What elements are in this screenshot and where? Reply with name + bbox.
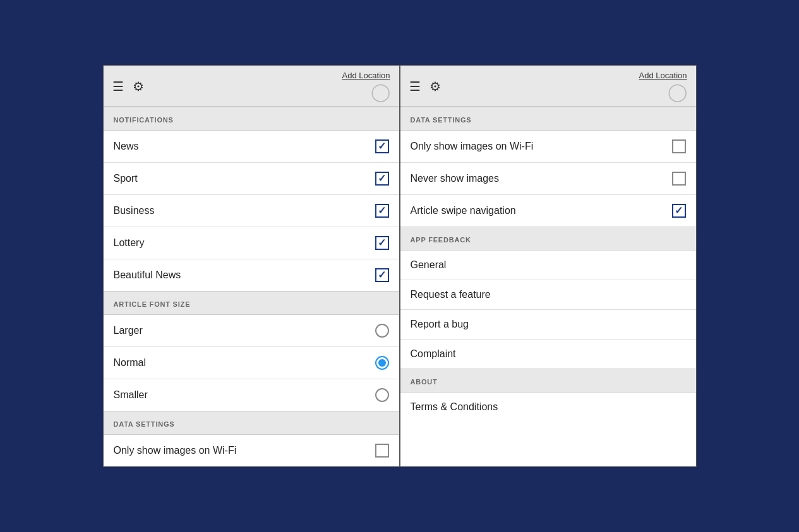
left-data-settings-section-header: DATA SETTINGS bbox=[104, 411, 399, 435]
about-items: Terms & Conditions bbox=[400, 393, 696, 422]
about-label: ABOUT bbox=[411, 378, 438, 386]
right-only-wifi-item[interactable]: Only show images on Wi-Fi bbox=[400, 131, 696, 163]
font-size-label: ARTICLE FONT SIZE bbox=[114, 300, 191, 308]
notification-beautiful-news-checkbox[interactable]: ✓ bbox=[375, 268, 389, 282]
complaint-item[interactable]: Complaint bbox=[400, 340, 696, 369]
notifications-label: NOTIFICATIONS bbox=[114, 116, 174, 124]
notification-sport-item[interactable]: Sport ✓ bbox=[104, 163, 399, 195]
complaint-label: Complaint bbox=[411, 348, 456, 360]
right-data-settings-items: Only show images on Wi-Fi Never show ima… bbox=[400, 131, 696, 227]
add-location-link-left[interactable]: Add Location bbox=[342, 71, 390, 80]
left-data-settings-items: Only show images on Wi-Fi bbox=[104, 435, 399, 466]
terms-conditions-item[interactable]: Terms & Conditions bbox=[400, 393, 696, 422]
hamburger-icon-right[interactable]: ☰ bbox=[409, 79, 421, 94]
notification-business-item[interactable]: Business ✓ bbox=[104, 195, 399, 227]
font-size-larger-radio[interactable] bbox=[375, 324, 389, 338]
notification-sport-checkbox[interactable]: ✓ bbox=[375, 172, 389, 186]
report-bug-item[interactable]: Report a bug bbox=[400, 310, 696, 340]
checkmark-lottery: ✓ bbox=[378, 238, 386, 248]
never-images-label: Never show images bbox=[411, 173, 500, 184]
notification-news-label: News bbox=[114, 141, 139, 152]
left-only-wifi-checkbox[interactable] bbox=[375, 444, 389, 458]
general-label: General bbox=[411, 259, 447, 271]
right-header-left: ☰ ⚙ bbox=[409, 79, 441, 94]
checkmark-news: ✓ bbox=[378, 141, 386, 151]
settings-icon-right[interactable]: ⚙ bbox=[430, 79, 441, 94]
app-feedback-label: APP FEEDBACK bbox=[411, 236, 471, 244]
swipe-nav-checkbox[interactable]: ✓ bbox=[672, 204, 686, 218]
font-size-items: Larger Normal Smaller bbox=[104, 315, 399, 411]
font-size-larger-label: Larger bbox=[114, 325, 143, 336]
terms-conditions-label: Terms & Conditions bbox=[411, 401, 498, 413]
checkmark-sport: ✓ bbox=[378, 174, 386, 184]
about-section-header: ABOUT bbox=[400, 369, 696, 393]
right-only-wifi-label: Only show images on Wi-Fi bbox=[411, 141, 534, 152]
hamburger-icon[interactable]: ☰ bbox=[112, 79, 124, 94]
notification-beautiful-news-item[interactable]: Beautiful News ✓ bbox=[104, 259, 399, 291]
right-only-wifi-checkbox[interactable] bbox=[672, 139, 686, 153]
notifications-section-header: NOTIFICATIONS bbox=[104, 107, 399, 131]
font-size-normal-radio[interactable] bbox=[375, 356, 389, 370]
checkmark-swipe-nav: ✓ bbox=[675, 206, 683, 216]
notification-lottery-item[interactable]: Lottery ✓ bbox=[104, 227, 399, 259]
left-header: ☰ ⚙ Add Location ◯ bbox=[104, 66, 399, 107]
font-size-smaller-item[interactable]: Smaller bbox=[104, 379, 399, 411]
left-only-wifi-label: Only show images on Wi-Fi bbox=[114, 445, 237, 456]
person-icon-left: ◯ bbox=[371, 81, 390, 102]
font-size-larger-item[interactable]: Larger bbox=[104, 315, 399, 347]
notification-business-checkbox[interactable]: ✓ bbox=[375, 204, 389, 218]
notification-sport-label: Sport bbox=[114, 173, 138, 184]
notification-beautiful-news-label: Beautiful News bbox=[114, 269, 181, 281]
radio-inner-normal bbox=[378, 359, 386, 367]
left-header-left: ☰ ⚙ bbox=[112, 79, 144, 94]
font-size-section-header: ARTICLE FONT SIZE bbox=[104, 291, 399, 315]
left-data-settings-label: DATA SETTINGS bbox=[114, 420, 175, 428]
screens-container: ☰ ⚙ Add Location ◯ NOTIFICATIONS News ✓ … bbox=[103, 65, 697, 467]
font-size-smaller-radio[interactable] bbox=[375, 388, 389, 402]
notification-business-label: Business bbox=[114, 205, 155, 216]
checkmark-business: ✓ bbox=[378, 206, 386, 216]
right-header: ☰ ⚙ Add Location ◯ bbox=[400, 66, 696, 107]
font-size-smaller-label: Smaller bbox=[114, 389, 148, 401]
right-data-settings-label: DATA SETTINGS bbox=[411, 116, 472, 124]
app-feedback-items: General Request a feature Report a bug C… bbox=[400, 251, 696, 369]
left-header-right: Add Location ◯ bbox=[342, 71, 390, 102]
report-bug-label: Report a bug bbox=[411, 319, 469, 330]
right-screen: ☰ ⚙ Add Location ◯ DATA SETTINGS Only sh… bbox=[400, 65, 697, 467]
notification-news-checkbox[interactable]: ✓ bbox=[375, 139, 389, 153]
request-feature-item[interactable]: Request a feature bbox=[400, 280, 696, 310]
right-data-settings-section-header: DATA SETTINGS bbox=[400, 107, 696, 131]
font-size-normal-item[interactable]: Normal bbox=[104, 347, 399, 379]
never-images-item[interactable]: Never show images bbox=[400, 163, 696, 195]
left-screen: ☰ ⚙ Add Location ◯ NOTIFICATIONS News ✓ … bbox=[103, 65, 400, 467]
notifications-items: News ✓ Sport ✓ Business ✓ Lottery bbox=[104, 131, 399, 291]
left-only-wifi-item[interactable]: Only show images on Wi-Fi bbox=[104, 435, 399, 466]
checkmark-beautiful-news: ✓ bbox=[378, 270, 386, 280]
notification-lottery-checkbox[interactable]: ✓ bbox=[375, 236, 389, 250]
font-size-normal-label: Normal bbox=[114, 357, 147, 369]
add-location-link-right[interactable]: Add Location bbox=[639, 71, 687, 80]
person-icon-right: ◯ bbox=[668, 81, 687, 102]
swipe-nav-item[interactable]: Article swipe navigation ✓ bbox=[400, 195, 696, 227]
settings-icon-left[interactable]: ⚙ bbox=[133, 79, 144, 94]
request-feature-label: Request a feature bbox=[411, 289, 491, 300]
right-header-right: Add Location ◯ bbox=[639, 71, 687, 102]
never-images-checkbox[interactable] bbox=[672, 172, 686, 186]
general-item[interactable]: General bbox=[400, 251, 696, 280]
notification-lottery-label: Lottery bbox=[114, 237, 145, 249]
app-feedback-section-header: APP FEEDBACK bbox=[400, 227, 696, 251]
notification-news-item[interactable]: News ✓ bbox=[104, 131, 399, 163]
swipe-nav-label: Article swipe navigation bbox=[411, 205, 516, 216]
